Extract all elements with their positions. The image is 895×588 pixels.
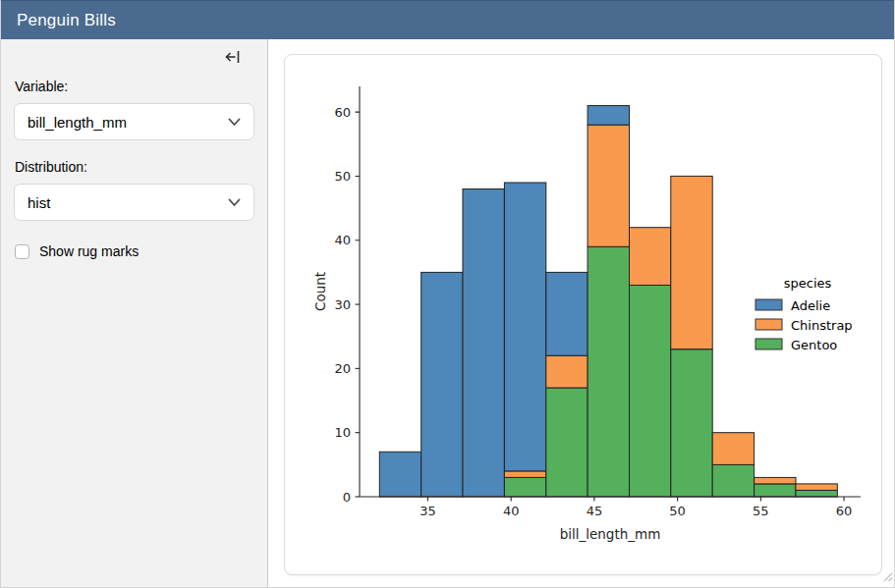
collapse-left-icon xyxy=(225,50,241,67)
svg-text:35: 35 xyxy=(420,504,436,518)
svg-text:55: 55 xyxy=(753,504,769,518)
variable-select[interactable]: bill_length_mm xyxy=(14,103,254,140)
resize-grip[interactable] xyxy=(880,568,893,586)
rug-checkbox-label: Show rug marks xyxy=(39,243,139,259)
svg-text:30: 30 xyxy=(334,297,351,312)
app-header: Penguin Bills xyxy=(1,0,894,39)
main-panel: 3540455055600102030405060bill_length_mmC… xyxy=(268,39,894,587)
svg-text:50: 50 xyxy=(334,169,351,184)
variable-label: Variable: xyxy=(15,79,254,94)
svg-text:Count: Count xyxy=(312,272,328,311)
rug-checkbox-row: Show rug marks xyxy=(15,243,254,259)
content-area: Variable: bill_length_mm Distribution: h… xyxy=(1,39,894,587)
svg-text:bill_length_mm: bill_length_mm xyxy=(560,526,661,542)
svg-text:10: 10 xyxy=(334,425,351,440)
sidebar-collapse-row xyxy=(14,47,254,73)
svg-text:Gentoo: Gentoo xyxy=(791,338,837,352)
app-title: Penguin Bills xyxy=(17,11,116,30)
svg-text:40: 40 xyxy=(503,504,520,518)
svg-text:Adelie: Adelie xyxy=(791,298,830,313)
svg-text:50: 50 xyxy=(669,504,686,518)
variable-select-value: bill_length_mm xyxy=(28,114,127,131)
distribution-select[interactable]: hist xyxy=(14,184,254,221)
plot-card: 3540455055600102030405060bill_length_mmC… xyxy=(284,54,882,575)
svg-text:60: 60 xyxy=(334,105,351,120)
svg-text:0: 0 xyxy=(343,490,351,505)
svg-text:species: species xyxy=(784,276,832,291)
app-window: Penguin Bills Variable: bill_length_mm xyxy=(0,0,895,588)
svg-text:Chinstrap: Chinstrap xyxy=(791,318,853,333)
sidebar-collapse-button[interactable] xyxy=(222,47,244,69)
svg-text:60: 60 xyxy=(836,504,853,518)
rug-checkbox[interactable] xyxy=(15,244,29,259)
distribution-select-value: hist xyxy=(28,194,50,211)
svg-text:20: 20 xyxy=(334,361,351,376)
sidebar: Variable: bill_length_mm Distribution: h… xyxy=(1,39,268,587)
histogram-svg: 3540455055600102030405060bill_length_mmC… xyxy=(285,55,881,574)
svg-text:40: 40 xyxy=(334,233,351,247)
chevron-down-icon xyxy=(228,193,241,211)
svg-text:45: 45 xyxy=(587,504,603,518)
chevron-down-icon xyxy=(228,113,241,131)
distribution-label: Distribution: xyxy=(15,159,254,175)
